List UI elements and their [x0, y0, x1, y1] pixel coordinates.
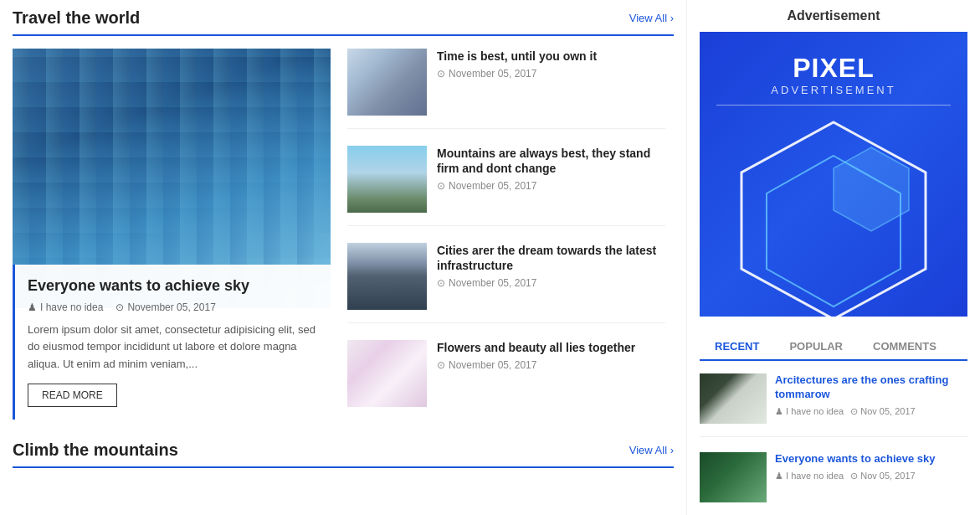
article-item: Flowers and beauty all lies together ⊙ N… [347, 340, 665, 420]
sidebar-article-meta: ♟ I have no idea ⊙ Nov 05, 2017 [775, 406, 967, 417]
article-title[interactable]: Cities arer the dream towards the latest… [437, 243, 665, 273]
sidebar-article-title-2[interactable]: Everyone wants to achieve sky [775, 452, 967, 466]
clock-icon-sm: ⊙ [437, 180, 445, 192]
sidebar-article-info: Everyone wants to achieve sky ♟ I have n… [775, 452, 967, 502]
travel-view-all[interactable]: View All [629, 12, 674, 24]
article-item: Cities arer the dream towards the latest… [347, 243, 665, 323]
user-icon-sm: ♟ [775, 406, 783, 416]
featured-title: Everyone wants to achieve sky [28, 277, 318, 295]
article-title[interactable]: Mountains are always best, they stand fi… [437, 146, 665, 176]
sidebar-article-meta-2: ♟ I have no idea ⊙ Nov 05, 2017 [775, 471, 967, 482]
article-info: Time is best, until you own it ⊙ Novembe… [437, 49, 665, 116]
sidebar-tabs: RECENT POPULAR COMMENTS [700, 333, 967, 361]
article-date: ⊙ November 05, 2017 [437, 359, 665, 371]
sidebar-article-title[interactable]: Arcitectures are the ones crafting tomma… [775, 373, 967, 402]
clock-icon-xs-2: ⊙ [850, 471, 858, 481]
sidebar-thumb-building [700, 373, 767, 424]
article-list: Time is best, until you own it ⊙ Novembe… [347, 49, 665, 436]
article-item: Mountains are always best, they stand fi… [347, 146, 665, 226]
featured-author-meta: ♟ I have no idea [28, 301, 103, 313]
sidebar-author-meta: ♟ I have no idea [775, 406, 844, 417]
article-title[interactable]: Flowers and beauty all lies together [437, 340, 665, 355]
article-title[interactable]: Time is best, until you own it [437, 49, 665, 64]
featured-author: I have no idea [40, 301, 103, 313]
travel-content-row: Everyone wants to achieve sky ♟ I have n… [13, 49, 674, 436]
clock-icon-sm: ⊙ [437, 277, 445, 289]
article-thumb-flowers [347, 340, 427, 407]
sidebar: Advertisement PIXEL ADVERTISEMENT RECENT… [686, 0, 980, 515]
article-thumb-mountains [347, 146, 427, 213]
travel-section-header: Travel the world View All [13, 8, 674, 36]
article-date: ⊙ November 05, 2017 [437, 180, 665, 192]
svg-marker-2 [834, 147, 909, 231]
ad-sub-text: ADVERTISEMENT [716, 84, 951, 106]
sidebar-date-meta-2: ⊙ Nov 05, 2017 [850, 471, 916, 482]
featured-caption: Everyone wants to achieve sky ♟ I have n… [13, 265, 331, 420]
user-icon-sm-2: ♟ [775, 471, 783, 481]
sidebar-article-info: Arcitectures are the ones crafting tomma… [775, 373, 967, 424]
svg-marker-0 [741, 122, 926, 317]
tab-popular[interactable]: POPULAR [774, 333, 858, 361]
climb-title: Climb the mountains [13, 440, 178, 460]
article-item: Time is best, until you own it ⊙ Novembe… [347, 49, 665, 129]
article-info: Cities arer the dream towards the latest… [437, 243, 665, 310]
featured-meta: ♟ I have no idea ⊙ November 05, 2017 [28, 301, 318, 313]
featured-excerpt: Lorem ipsum dolor sit amet, consectetur … [28, 322, 318, 373]
climb-section-header: Climb the mountains View All [13, 440, 674, 468]
travel-title: Travel the world [13, 8, 140, 28]
article-date: ⊙ November 05, 2017 [437, 68, 665, 80]
ad-banner: PIXEL ADVERTISEMENT [700, 32, 967, 317]
clock-icon-sm: ⊙ [437, 359, 445, 371]
sidebar-article-2: Everyone wants to achieve sky ♟ I have n… [700, 452, 967, 515]
tab-recent[interactable]: RECENT [700, 333, 774, 361]
sidebar-article-1: Arcitectures are the ones crafting tomma… [700, 373, 967, 437]
tab-comments[interactable]: COMMENTS [858, 333, 952, 361]
article-thumb-city [347, 243, 427, 310]
article-thumb-watch [347, 49, 427, 116]
article-info: Flowers and beauty all lies together ⊙ N… [437, 340, 665, 407]
clock-icon-xs: ⊙ [850, 406, 858, 416]
featured-date: November 05, 2017 [127, 301, 215, 313]
user-icon: ♟ [28, 301, 37, 313]
sidebar-date-meta: ⊙ Nov 05, 2017 [850, 406, 916, 417]
climb-view-all[interactable]: View All [629, 444, 674, 456]
article-date: ⊙ November 05, 2017 [437, 277, 665, 289]
article-info: Mountains are always best, they stand fi… [437, 146, 665, 213]
sidebar-author-meta-2: ♟ I have no idea [775, 471, 844, 482]
sidebar-thumb-glass [700, 452, 767, 502]
clock-icon-sm: ⊙ [437, 68, 445, 80]
ad-title: Advertisement [700, 8, 967, 23]
clock-icon: ⊙ [115, 301, 124, 313]
ad-hexagon-svg [716, 114, 951, 317]
ad-pixel-text: PIXEL [700, 32, 967, 84]
featured-article: Everyone wants to achieve sky ♟ I have n… [13, 49, 331, 420]
read-more-button[interactable]: READ MORE [28, 384, 117, 407]
featured-date-meta: ⊙ November 05, 2017 [115, 301, 215, 313]
